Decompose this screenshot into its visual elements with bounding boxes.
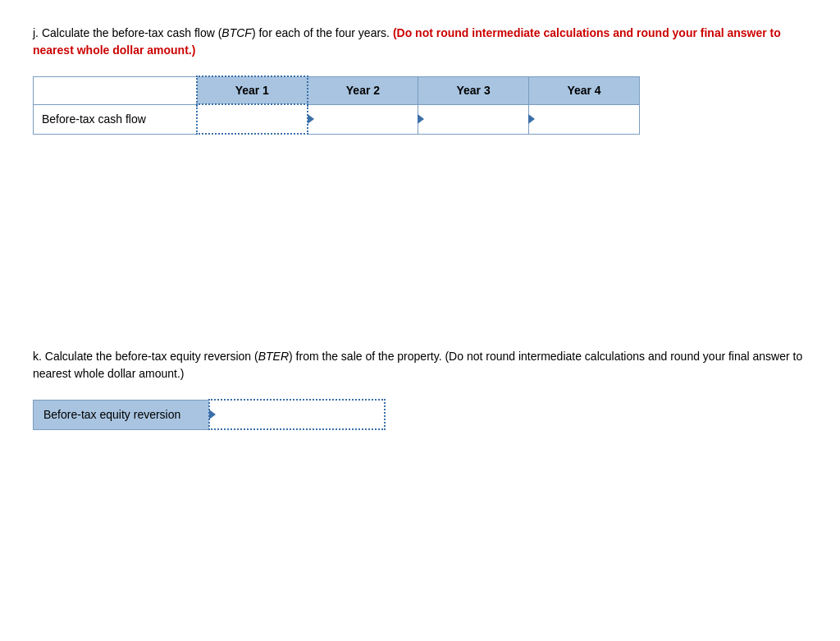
btcf-year3-input[interactable]	[418, 105, 528, 134]
bter-table: Before-tax equity reversion	[33, 399, 386, 430]
question-k-middle: ) from the sale of the property.	[289, 350, 445, 363]
btcf-year4-cell[interactable]	[529, 104, 640, 134]
empty-header	[34, 76, 197, 104]
year3-header: Year 3	[418, 76, 529, 104]
btcf-year2-cell[interactable]	[308, 104, 418, 134]
question-j-prefix: j. Calculate the before-tax cash flow (	[33, 26, 221, 39]
section-gap	[33, 167, 807, 348]
question-k-prefix: k. Calculate the before-tax equity rever…	[33, 350, 258, 363]
question-k-section: k. Calculate the before-tax equity rever…	[33, 348, 807, 430]
question-k-text: k. Calculate the before-tax equity rever…	[33, 348, 807, 382]
btcf-label: Before-tax cash flow	[34, 104, 197, 134]
bter-term: BTER	[258, 350, 289, 363]
bter-input-cell[interactable]	[209, 400, 385, 429]
question-j-section: j. Calculate the before-tax cash flow (B…	[33, 25, 807, 135]
btcf-year2-input[interactable]	[308, 105, 418, 134]
btcf-year4-input[interactable]	[529, 105, 639, 134]
question-j-middle: ) for each of the four years.	[252, 26, 393, 39]
bter-arrow	[209, 410, 216, 419]
question-j-text: j. Calculate the before-tax cash flow (B…	[33, 25, 807, 59]
btcf-header-row: Year 1 Year 2 Year 3 Year 4	[34, 76, 640, 104]
btcf-data-row: Before-tax cash flow	[34, 104, 640, 134]
year1-header: Year 1	[197, 76, 308, 104]
bter-label: Before-tax equity reversion	[34, 400, 209, 429]
btcf-year3-cell[interactable]	[418, 104, 529, 134]
btcf-table: Year 1 Year 2 Year 3 Year 4 Befo	[33, 76, 640, 135]
year3-arrow	[418, 114, 424, 124]
btcf-year1-input[interactable]	[198, 105, 307, 133]
year2-arrow	[308, 114, 314, 124]
btcf-term: BTCF	[221, 26, 252, 39]
btcf-table-container: Year 1 Year 2 Year 3 Year 4 Befo	[33, 76, 640, 135]
year4-header: Year 4	[529, 76, 640, 104]
year4-arrow	[528, 114, 535, 124]
year2-header: Year 2	[308, 76, 418, 104]
bter-table-container: Before-tax equity reversion	[33, 399, 386, 430]
bter-row: Before-tax equity reversion	[34, 400, 386, 429]
bter-input[interactable]	[210, 401, 384, 428]
btcf-year1-cell[interactable]	[197, 104, 308, 134]
